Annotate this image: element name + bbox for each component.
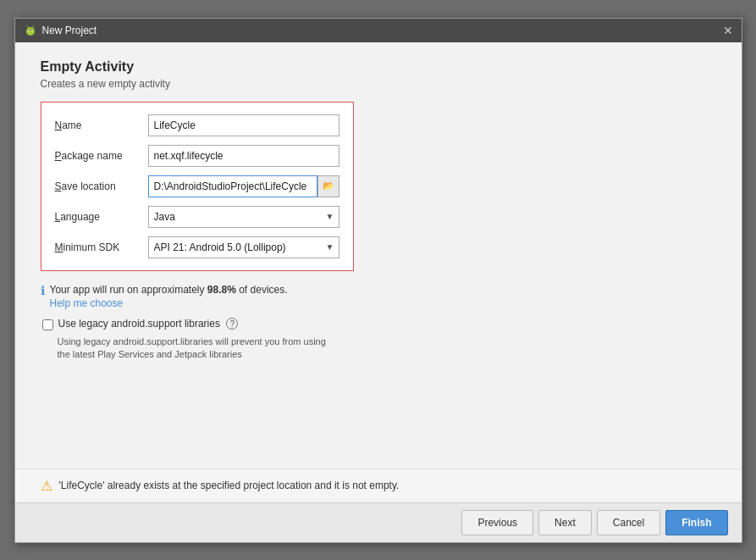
info-text: Your app will run on approximately 98.8%… <box>50 284 288 296</box>
svg-line-6 <box>32 25 34 27</box>
new-project-dialog: New Project ✕ Empty Activity Creates a n… <box>14 18 742 543</box>
minimum-sdk-select[interactable]: API 16: Android 4.1 (Jelly Bean) API 21:… <box>148 236 339 258</box>
button-bar: Previous Next Cancel Finish <box>15 502 742 542</box>
name-row: Name <box>55 114 339 136</box>
save-location-input[interactable] <box>148 175 317 197</box>
info-text-suffix: of devices. <box>236 284 288 296</box>
language-select-wrapper: Java Kotlin ▼ <box>148 206 339 228</box>
name-label-text: Name <box>55 119 82 131</box>
cancel-button[interactable]: Cancel <box>597 510 660 535</box>
minimum-sdk-label-text: Minimum SDK <box>55 241 120 253</box>
language-select[interactable]: Java Kotlin <box>148 206 339 228</box>
form-box: Name Package name Save location <box>41 102 354 271</box>
legacy-label-text: Use legacy android.support libraries <box>58 318 220 330</box>
save-location-label-text: Save location <box>55 180 116 192</box>
finish-button[interactable]: Finish <box>665 510 727 535</box>
name-label: Name <box>55 119 148 131</box>
section-subtitle: Creates a new empty activity <box>41 78 716 90</box>
section-title: Empty Activity <box>41 59 716 75</box>
package-name-input[interactable] <box>148 145 339 167</box>
info-row: ℹ Your app will run on approximately 98.… <box>41 283 716 309</box>
language-underline: L <box>55 211 61 223</box>
minimum-sdk-label: Minimum SDK <box>55 241 148 253</box>
package-name-row: Package name <box>55 145 339 167</box>
min-sdk-underline: M <box>55 241 63 253</box>
package-underline: P <box>55 150 62 162</box>
package-name-label: Package name <box>55 150 148 162</box>
save-underline: S <box>55 180 62 192</box>
dialog-title: New Project <box>42 25 97 36</box>
legacy-checkbox-label: Use legacy android.support libraries ? <box>58 318 239 330</box>
save-location-input-group: 📂 <box>148 175 339 197</box>
info-percentage: 98.8% <box>207 284 236 296</box>
save-location-row: Save location 📂 <box>55 175 339 197</box>
svg-point-4 <box>31 30 33 31</box>
warning-text: 'LifeCycle' already exists at the specif… <box>59 480 400 491</box>
title-bar: New Project ✕ <box>15 19 742 42</box>
svg-line-5 <box>27 25 29 27</box>
help-me-choose-link[interactable]: Help me choose <box>50 297 288 309</box>
warning-icon: ⚠ <box>41 478 52 494</box>
name-underline: N <box>55 119 63 131</box>
save-location-label: Save location <box>55 180 148 192</box>
folder-browse-button[interactable]: 📂 <box>317 175 339 197</box>
warning-bar: ⚠ 'LifeCycle' already exists at the spec… <box>15 469 742 502</box>
language-row: Language Java Kotlin ▼ <box>55 206 339 228</box>
minimum-sdk-select-wrapper: API 16: Android 4.1 (Jelly Bean) API 21:… <box>148 236 339 258</box>
legacy-sublabel: Using legacy android.support.libraries w… <box>58 335 716 362</box>
title-bar-left: New Project <box>24 24 97 37</box>
name-input[interactable] <box>148 114 339 136</box>
info-icon: ℹ <box>41 284 45 297</box>
next-button[interactable]: Next <box>538 510 592 535</box>
android-icon <box>24 24 37 37</box>
minimum-sdk-row: Minimum SDK API 16: Android 4.1 (Jelly B… <box>55 236 339 258</box>
language-label-text: Language <box>55 211 100 223</box>
info-text-prefix: Your app will run on approximately <box>50 284 207 296</box>
package-name-label-text: Package name <box>55 150 123 162</box>
previous-button[interactable]: Previous <box>461 510 533 535</box>
legacy-checkbox[interactable] <box>42 319 53 330</box>
legacy-help-icon[interactable]: ? <box>226 318 238 330</box>
language-label: Language <box>55 211 148 223</box>
info-content: Your app will run on approximately 98.8%… <box>50 283 288 309</box>
dialog-body: Empty Activity Creates a new empty activ… <box>15 42 742 469</box>
close-button[interactable]: ✕ <box>723 25 733 36</box>
svg-point-3 <box>28 30 30 31</box>
folder-icon: 📂 <box>323 180 334 191</box>
legacy-checkbox-row: Use legacy android.support libraries ? <box>42 318 716 330</box>
